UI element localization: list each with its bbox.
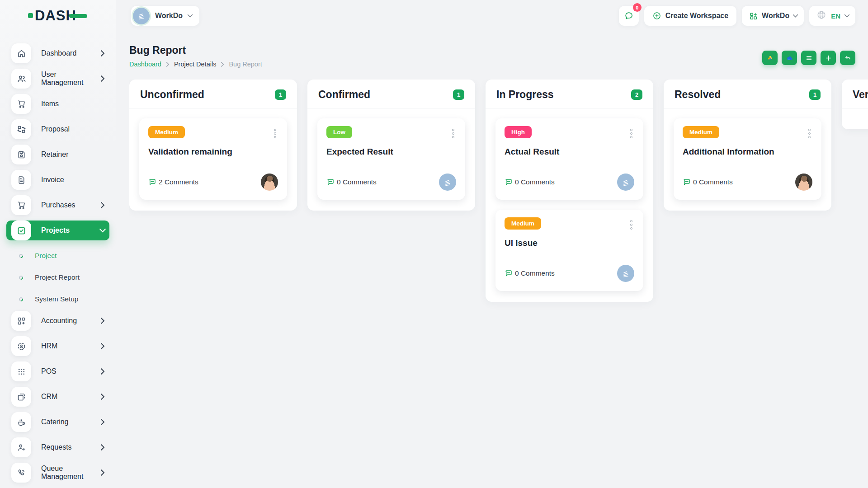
column-title: In Progress [496, 89, 554, 101]
workspace-name: WorkDo [155, 12, 183, 20]
app-logo[interactable]: DASH [28, 7, 87, 23]
user-scan-icon [11, 336, 31, 356]
kanban-column-in-progress: In Progress 2 High Actual Result 0 Comme… [486, 80, 653, 302]
comment-icon [505, 269, 513, 277]
sidebar-item-pos[interactable]: POS [6, 361, 109, 381]
create-workspace-button[interactable]: Create Workspace [644, 6, 736, 26]
chevron-right-icon [100, 202, 105, 208]
plus-circle-icon [652, 11, 661, 20]
sidebar-item-user-management[interactable]: User Management [6, 69, 109, 89]
comment-icon [505, 178, 513, 186]
assignee-avatar[interactable] [261, 174, 278, 191]
document-icon [11, 170, 31, 190]
breadcrumb-current: Bug Report [229, 61, 262, 68]
kanban-board: Unconfirmed 1 Medium Validation remainin… [129, 80, 868, 488]
add-button[interactable] [821, 51, 836, 65]
plus-icon [825, 54, 832, 62]
column-count-badge: 2 [631, 89, 642, 100]
chevron-right-icon [100, 444, 105, 450]
comments-link[interactable]: 0 Comments [683, 178, 733, 186]
priority-badge: High [505, 126, 532, 138]
comments-link[interactable]: 0 Comments [505, 178, 555, 186]
users-icon [11, 69, 31, 89]
chevron-right-icon [100, 394, 105, 400]
sidebar-item-catering[interactable]: Catering [6, 412, 109, 432]
chevron-down-icon [188, 13, 192, 19]
column-title: Confirmed [318, 89, 370, 101]
sidebar-item-label: Proposal [41, 125, 70, 133]
language-label: EN [831, 12, 840, 20]
workspace-switcher[interactable]: WorkDo [742, 6, 804, 26]
priority-badge: Medium [505, 217, 541, 230]
back-button[interactable] [840, 51, 855, 65]
sidebar-item-label: Requests [41, 443, 72, 451]
sidebar-subitem-label: Project [35, 252, 57, 260]
sidebar-item-dashboard[interactable]: Dashboard [6, 43, 109, 63]
workspace-avatar[interactable] [439, 174, 456, 191]
workspace-selector[interactable]: WorkDo [131, 6, 199, 26]
comment-icon [148, 178, 156, 186]
sidebar-item-projects[interactable]: Projects [6, 221, 109, 240]
card-menu-button[interactable] [450, 126, 456, 141]
grid-plus-icon [11, 311, 31, 331]
column-count-badge: 1 [275, 89, 286, 100]
assignee-avatar[interactable] [795, 174, 812, 191]
sidebar-item-items[interactable]: Items [6, 94, 109, 114]
grid-plus-icon [749, 12, 758, 20]
card-menu-button[interactable] [807, 126, 812, 141]
column-title: Unconfirmed [140, 89, 204, 101]
sidebar-item-invoice[interactable]: Invoice [6, 170, 109, 190]
topbar-actions: 0 Create Workspace WorkDo EN [619, 6, 855, 26]
sidebar-item-label: User Management [41, 70, 100, 87]
sidebar-subitem-project-report[interactable]: Project Report [6, 267, 109, 287]
workspace-avatar[interactable] [617, 265, 634, 282]
messages-button[interactable]: 0 [619, 6, 639, 26]
check-square-icon [11, 221, 31, 240]
comments-link[interactable]: 0 Comments [505, 269, 555, 277]
comments-link[interactable]: 2 Comments [148, 178, 198, 186]
column-title: Verified [853, 89, 868, 101]
sidebar-item-requests[interactable]: Requests [6, 437, 109, 457]
sidebar-item-purchases[interactable]: Purchases [6, 195, 109, 215]
card-menu-button[interactable] [628, 217, 634, 232]
sidebar-item-crm[interactable]: CRM [6, 387, 109, 407]
layers-icon [11, 387, 31, 407]
google-drive-button[interactable] [762, 51, 778, 65]
chevron-right-icon [100, 318, 105, 324]
card-title: Additional Information [683, 147, 812, 157]
kanban-card[interactable]: High Actual Result 0 Comments [495, 118, 643, 200]
sidebar-subitem-project[interactable]: Project [6, 246, 109, 266]
comments-link[interactable]: 0 Comments [326, 178, 377, 186]
sidebar: DASH Dashboard User Management Items [0, 0, 116, 488]
workspace-avatar[interactable] [617, 174, 634, 191]
kanban-card[interactable]: Medium Validation remaining 2 Comments [139, 118, 287, 200]
breadcrumb-project-details-link[interactable]: Project Details [174, 61, 216, 68]
sidebar-item-queue-management[interactable]: Queue Management [6, 463, 109, 483]
kanban-column-verified: Verified [842, 80, 868, 129]
cart-icon [11, 94, 31, 114]
chevron-right-icon [100, 419, 105, 425]
kanban-card[interactable]: Medium Additional Information 0 Comments [674, 118, 821, 200]
onedrive-button[interactable] [782, 51, 797, 65]
card-menu-button[interactable] [628, 126, 634, 141]
globe-icon [816, 10, 826, 22]
sidebar-item-proposal[interactable]: Proposal [6, 119, 109, 139]
page-header: Bug Report Dashboard Project Details Bug… [129, 44, 262, 68]
list-view-button[interactable] [801, 51, 816, 65]
column-count-badge: 1 [809, 89, 821, 100]
kanban-card[interactable]: Low Expected Result 0 Comments [317, 118, 465, 200]
language-selector[interactable]: EN [809, 6, 855, 26]
sidebar-item-retainer[interactable]: Retainer [6, 145, 109, 164]
sidebar-item-hrm[interactable]: HRM [6, 336, 109, 356]
breadcrumb-dashboard-link[interactable]: Dashboard [129, 61, 161, 68]
user-plus-icon [11, 437, 31, 457]
logo-dot [28, 13, 33, 18]
sidebar-subitem-system-setup[interactable]: System Setup [6, 289, 109, 309]
card-menu-button[interactable] [272, 126, 278, 141]
sidebar-item-label: HRM [41, 342, 57, 350]
board-toolbar [762, 51, 855, 65]
chevron-down-icon [793, 13, 797, 19]
sidebar-item-accounting[interactable]: Accounting [6, 311, 109, 331]
kanban-card[interactable]: Medium Ui issue 0 Comments [495, 210, 643, 291]
sidebar-item-label: Accounting [41, 317, 77, 325]
